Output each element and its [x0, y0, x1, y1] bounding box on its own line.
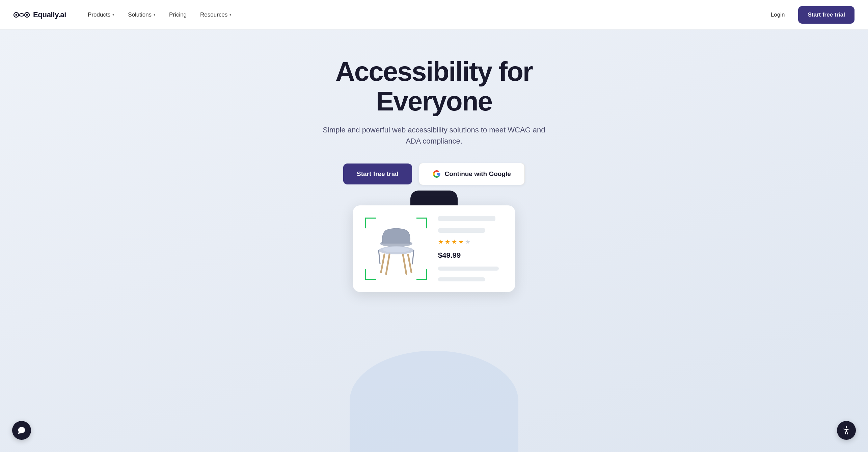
login-button[interactable]: Login — [765, 9, 790, 21]
google-icon — [433, 170, 441, 178]
svg-point-11 — [846, 426, 847, 428]
products-label: Products — [88, 11, 110, 18]
product-info: ★ ★ ★ ★ ★ $49.99 — [438, 215, 506, 282]
star-3: ★ — [452, 238, 457, 246]
product-extra-1-skeleton — [438, 267, 499, 271]
product-price: $49.99 — [438, 251, 506, 260]
logo-icon — [13, 11, 30, 19]
svg-point-1 — [16, 14, 17, 16]
nav-pricing[interactable]: Pricing — [164, 9, 192, 21]
svg-line-8 — [386, 254, 389, 274]
nav-start-trial-button[interactable]: Start free trial — [798, 6, 855, 24]
product-stars: ★ ★ ★ ★ ★ — [438, 238, 506, 246]
product-image-area — [362, 215, 430, 282]
svg-line-9 — [403, 254, 406, 274]
nav-solutions[interactable]: Solutions ▾ — [123, 9, 161, 21]
hero-demo: ★ ★ ★ ★ ★ $49.99 — [299, 205, 569, 292]
hero-title: Accessibility for Everyone — [290, 57, 578, 116]
brand-name: Equally.ai — [33, 10, 66, 19]
product-title-skeleton — [438, 216, 495, 221]
hero-buttons: Start free trial Continue with Google — [290, 163, 578, 185]
chat-icon — [17, 426, 26, 435]
corner-bracket-bl — [365, 269, 376, 280]
hero-subtitle: Simple and powerful web accessibility so… — [316, 124, 552, 147]
product-extra-2-skeleton — [438, 277, 485, 281]
corner-bracket-br — [416, 269, 427, 280]
logo[interactable]: Equally.ai — [13, 10, 66, 19]
star-5-half: ★ — [465, 238, 470, 246]
svg-line-7 — [408, 254, 411, 272]
continue-with-google-button[interactable]: Continue with Google — [419, 163, 525, 185]
google-btn-label: Continue with Google — [445, 170, 511, 178]
resources-label: Resources — [200, 11, 227, 18]
nav-right: Login Start free trial — [765, 6, 855, 24]
accessibility-icon — [842, 426, 851, 435]
svg-point-3 — [26, 14, 28, 16]
navbar: Equally.ai Products ▾ Solutions ▾ Pricin… — [0, 0, 868, 30]
solutions-label: Solutions — [128, 11, 152, 18]
star-2: ★ — [445, 238, 450, 246]
nav-products[interactable]: Products ▾ — [82, 9, 120, 21]
accessibility-button[interactable] — [837, 421, 856, 440]
star-1: ★ — [438, 238, 443, 246]
hero-section: Accessibility for Everyone Simple and po… — [0, 30, 868, 452]
nav-resources[interactable]: Resources ▾ — [195, 9, 237, 21]
products-chevron-icon: ▾ — [112, 12, 114, 17]
product-card: ★ ★ ★ ★ ★ $49.99 — [353, 205, 515, 292]
resources-chevron-icon: ▾ — [229, 12, 232, 17]
chat-button[interactable] — [12, 421, 31, 440]
hero-blob — [350, 351, 518, 452]
nav-links: Products ▾ Solutions ▾ Pricing Resources… — [82, 9, 765, 21]
svg-point-10 — [383, 247, 410, 252]
corner-bracket-tr — [416, 218, 427, 228]
solutions-chevron-icon: ▾ — [154, 12, 156, 17]
hero-content: Accessibility for Everyone Simple and po… — [282, 57, 586, 205]
svg-line-6 — [381, 254, 384, 272]
hero-start-trial-button[interactable]: Start free trial — [343, 164, 412, 184]
pricing-label: Pricing — [169, 11, 187, 18]
corner-bracket-tl — [365, 218, 376, 228]
product-desc-skeleton — [438, 228, 485, 233]
star-4: ★ — [458, 238, 464, 246]
